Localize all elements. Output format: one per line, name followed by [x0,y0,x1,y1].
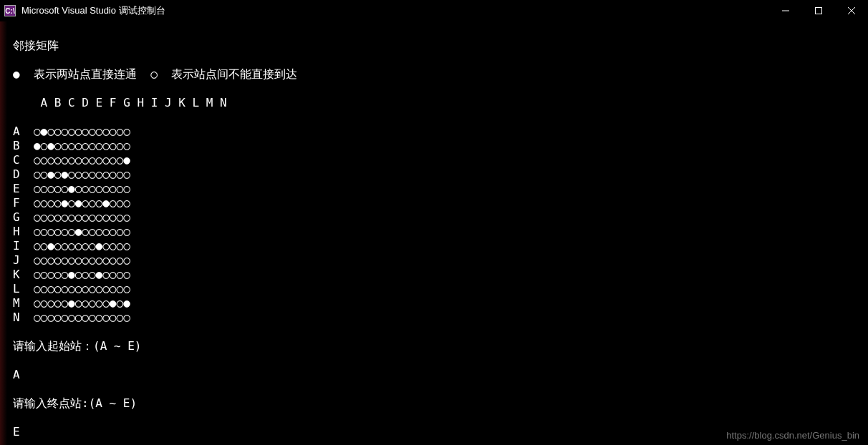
minimize-icon [782,7,789,14]
window-controls [769,0,868,21]
close-icon [848,7,855,14]
left-edge-accent [0,0,7,445]
matrix-col-header: A B C D E F G H I J K L M N [13,96,861,110]
matrix-row: I ○○●○○○○○○●○○○○ [13,239,861,253]
maximize-button[interactable] [802,0,835,21]
app-icon: C:\ [4,5,16,16]
matrix-title: 邻接矩阵 [13,39,861,53]
input-start: A [13,368,861,382]
prompt-start: 请输入起始站：(A ~ E) [13,339,861,353]
matrix-row: J ○○○○○○○○○○○○○○ [13,253,861,268]
matrix-row: C ○○○○○○○○○○○○○● [13,153,861,167]
maximize-icon [815,7,822,14]
matrix-row: D ○○●○●○○○○○○○○○ [13,167,861,182]
matrix-row: L ○○○○○○○○○○○○○○ [13,282,861,296]
matrix-row: K ○○○○○●○○○●○○○○ [13,268,861,282]
matrix-row: F ○○○○●○●○○○●○○○ [13,196,861,210]
watermark: https://blog.csdn.net/Genius_bin [726,430,859,441]
svg-rect-1 [816,8,822,14]
prompt-end: 请输入终点站:(A ~ E) [13,396,861,411]
window-titlebar: C:\ Microsoft Visual Studio 调试控制台 [0,0,868,21]
matrix-row: E ○○○○○●○○○○○○○○ [13,182,861,196]
matrix-legend: ● 表示两站点直接连通 ○ 表示站点间不能直接到达 [13,67,861,82]
close-button[interactable] [835,0,868,21]
matrix-row: B ●○●○○○○○○○○○○○ [13,139,861,153]
matrix-row: G ○○○○○○○○○○○○○○ [13,210,861,225]
matrix-row: M ○○○○○●○○○○○●○● [13,296,861,310]
matrix-row: H ○○○○○○●○○○○○○○ [13,225,861,239]
matrix-row: A ○●○○○○○○○○○○○○ [13,124,861,139]
console-output: 邻接矩阵 ● 表示两站点直接连通 ○ 表示站点间不能直接到达 A B C D E… [0,21,868,445]
window-title: Microsoft Visual Studio 调试控制台 [21,4,165,17]
adjacency-matrix: A ○●○○○○○○○○○○○○B ●○●○○○○○○○○○○○C ○○○○○○… [13,124,861,325]
matrix-row: N ○○○○○○○○○○○○○○ [13,310,861,325]
minimize-button[interactable] [769,0,802,21]
